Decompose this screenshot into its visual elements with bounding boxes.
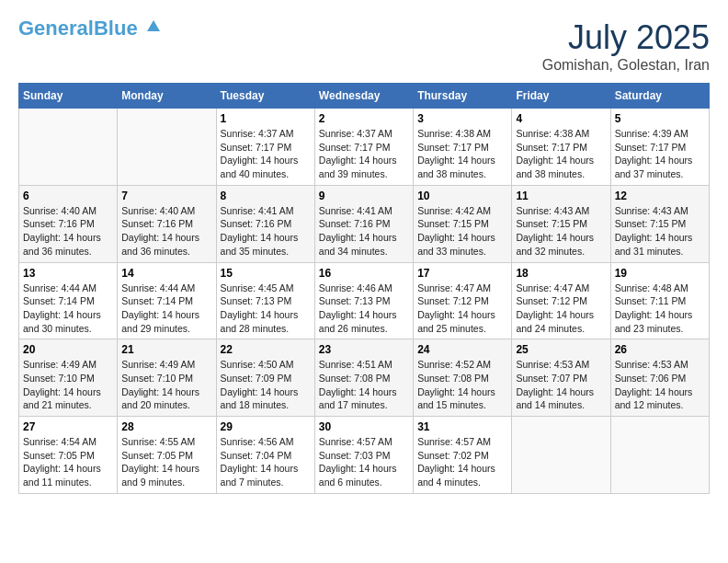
table-row: 17Sunrise: 4:47 AMSunset: 7:12 PMDayligh… <box>414 262 512 339</box>
table-row: 27Sunrise: 4:54 AMSunset: 7:05 PMDayligh… <box>19 417 118 494</box>
calendar-week-row: 13Sunrise: 4:44 AMSunset: 7:14 PMDayligh… <box>19 262 710 339</box>
table-row: 30Sunrise: 4:57 AMSunset: 7:03 PMDayligh… <box>314 417 413 494</box>
table-row: 18Sunrise: 4:47 AMSunset: 7:12 PMDayligh… <box>512 262 610 339</box>
day-info: Sunrise: 4:44 AMSunset: 7:14 PMDaylight:… <box>121 282 211 336</box>
day-number: 25 <box>516 343 606 356</box>
day-number: 1 <box>221 112 311 125</box>
day-info: Sunrise: 4:37 AMSunset: 7:17 PMDaylight:… <box>221 127 311 181</box>
day-number: 18 <box>516 267 606 280</box>
table-row <box>118 109 216 186</box>
table-row: 31Sunrise: 4:57 AMSunset: 7:02 PMDayligh… <box>414 417 512 494</box>
day-number: 4 <box>516 112 606 125</box>
table-row: 8Sunrise: 4:41 AMSunset: 7:16 PMDaylight… <box>216 185 314 262</box>
day-number: 6 <box>23 190 113 202</box>
day-info: Sunrise: 4:46 AMSunset: 7:13 PMDaylight:… <box>319 282 409 336</box>
calendar-week-row: 27Sunrise: 4:54 AMSunset: 7:05 PMDayligh… <box>19 417 710 494</box>
day-number: 3 <box>417 112 507 125</box>
day-info: Sunrise: 4:44 AMSunset: 7:14 PMDaylight:… <box>23 282 113 336</box>
day-number: 27 <box>23 420 113 433</box>
day-number: 5 <box>615 112 705 125</box>
day-number: 2 <box>319 112 409 125</box>
col-sunday: Sunday <box>19 84 118 109</box>
table-row: 19Sunrise: 4:48 AMSunset: 7:11 PMDayligh… <box>610 262 709 339</box>
day-info: Sunrise: 4:57 AMSunset: 7:03 PMDaylight:… <box>319 435 409 489</box>
table-row: 6Sunrise: 4:40 AMSunset: 7:16 PMDaylight… <box>19 185 118 262</box>
col-wednesday: Wednesday <box>314 84 413 109</box>
table-row: 26Sunrise: 4:53 AMSunset: 7:06 PMDayligh… <box>610 339 709 417</box>
table-row: 11Sunrise: 4:43 AMSunset: 7:15 PMDayligh… <box>512 185 610 262</box>
day-number: 19 <box>615 267 705 280</box>
table-row: 2Sunrise: 4:37 AMSunset: 7:17 PMDaylight… <box>314 109 413 186</box>
day-info: Sunrise: 4:40 AMSunset: 7:16 PMDaylight:… <box>121 204 211 259</box>
day-info: Sunrise: 4:51 AMSunset: 7:08 PMDaylight:… <box>319 358 409 412</box>
logo: GeneralBlue <box>18 18 162 39</box>
calendar-week-row: 1Sunrise: 4:37 AMSunset: 7:17 PMDaylight… <box>19 109 710 186</box>
calendar-table: Sunday Monday Tuesday Wednesday Thursday… <box>18 83 710 494</box>
day-number: 9 <box>319 190 409 202</box>
location-title: Gomishan, Golestan, Iran <box>542 57 710 74</box>
table-row: 13Sunrise: 4:44 AMSunset: 7:14 PMDayligh… <box>19 262 118 339</box>
day-info: Sunrise: 4:41 AMSunset: 7:16 PMDaylight:… <box>319 204 409 259</box>
day-info: Sunrise: 4:45 AMSunset: 7:13 PMDaylight:… <box>221 282 311 336</box>
day-info: Sunrise: 4:48 AMSunset: 7:11 PMDaylight:… <box>615 282 705 336</box>
day-number: 8 <box>221 190 311 202</box>
day-info: Sunrise: 4:43 AMSunset: 7:15 PMDaylight:… <box>615 204 705 259</box>
day-info: Sunrise: 4:55 AMSunset: 7:05 PMDaylight:… <box>121 435 211 489</box>
table-row <box>610 417 709 494</box>
month-title: July 2025 <box>542 18 710 57</box>
day-number: 13 <box>23 267 113 280</box>
calendar-week-row: 20Sunrise: 4:49 AMSunset: 7:10 PMDayligh… <box>19 339 710 417</box>
day-number: 28 <box>121 420 211 433</box>
day-info: Sunrise: 4:37 AMSunset: 7:17 PMDaylight:… <box>319 127 409 181</box>
col-tuesday: Tuesday <box>216 84 314 109</box>
table-row: 9Sunrise: 4:41 AMSunset: 7:16 PMDaylight… <box>314 185 413 262</box>
day-number: 11 <box>516 190 606 202</box>
col-thursday: Thursday <box>414 84 512 109</box>
table-row: 25Sunrise: 4:53 AMSunset: 7:07 PMDayligh… <box>512 339 610 417</box>
calendar-week-row: 6Sunrise: 4:40 AMSunset: 7:16 PMDaylight… <box>19 185 710 262</box>
day-info: Sunrise: 4:53 AMSunset: 7:07 PMDaylight:… <box>516 358 606 412</box>
day-info: Sunrise: 4:49 AMSunset: 7:10 PMDaylight:… <box>23 358 113 412</box>
table-row: 14Sunrise: 4:44 AMSunset: 7:14 PMDayligh… <box>118 262 216 339</box>
day-number: 21 <box>121 343 211 356</box>
day-number: 7 <box>121 190 211 202</box>
logo-general: General <box>18 17 94 40</box>
day-info: Sunrise: 4:41 AMSunset: 7:16 PMDaylight:… <box>221 204 311 259</box>
day-info: Sunrise: 4:40 AMSunset: 7:16 PMDaylight:… <box>23 204 113 259</box>
table-row: 21Sunrise: 4:49 AMSunset: 7:10 PMDayligh… <box>118 339 216 417</box>
day-number: 10 <box>417 190 507 202</box>
day-number: 29 <box>221 420 311 433</box>
table-row: 23Sunrise: 4:51 AMSunset: 7:08 PMDayligh… <box>314 339 413 417</box>
day-number: 15 <box>221 267 311 280</box>
day-number: 14 <box>121 267 211 280</box>
table-row: 10Sunrise: 4:42 AMSunset: 7:15 PMDayligh… <box>414 185 512 262</box>
day-number: 17 <box>417 267 507 280</box>
logo-text: GeneralBlue <box>18 18 162 39</box>
day-info: Sunrise: 4:39 AMSunset: 7:17 PMDaylight:… <box>615 127 705 181</box>
table-row: 5Sunrise: 4:39 AMSunset: 7:17 PMDaylight… <box>610 109 709 186</box>
day-number: 31 <box>417 420 507 433</box>
day-info: Sunrise: 4:43 AMSunset: 7:15 PMDaylight:… <box>516 204 606 259</box>
logo-icon <box>145 18 162 39</box>
calendar-header-row: Sunday Monday Tuesday Wednesday Thursday… <box>19 84 710 109</box>
day-info: Sunrise: 4:47 AMSunset: 7:12 PMDaylight:… <box>417 282 507 336</box>
day-number: 23 <box>319 343 409 356</box>
day-number: 20 <box>23 343 113 356</box>
table-row: 28Sunrise: 4:55 AMSunset: 7:05 PMDayligh… <box>118 417 216 494</box>
col-monday: Monday <box>118 84 216 109</box>
day-number: 24 <box>417 343 507 356</box>
table-row: 20Sunrise: 4:49 AMSunset: 7:10 PMDayligh… <box>19 339 118 417</box>
table-row: 7Sunrise: 4:40 AMSunset: 7:16 PMDaylight… <box>118 185 216 262</box>
day-info: Sunrise: 4:50 AMSunset: 7:09 PMDaylight:… <box>221 358 311 412</box>
day-info: Sunrise: 4:52 AMSunset: 7:08 PMDaylight:… <box>417 358 507 412</box>
day-info: Sunrise: 4:38 AMSunset: 7:17 PMDaylight:… <box>516 127 606 181</box>
table-row: 24Sunrise: 4:52 AMSunset: 7:08 PMDayligh… <box>414 339 512 417</box>
table-row: 4Sunrise: 4:38 AMSunset: 7:17 PMDaylight… <box>512 109 610 186</box>
table-row: 1Sunrise: 4:37 AMSunset: 7:17 PMDaylight… <box>216 109 314 186</box>
day-info: Sunrise: 4:53 AMSunset: 7:06 PMDaylight:… <box>615 358 705 412</box>
table-row <box>19 109 118 186</box>
table-row <box>512 417 610 494</box>
day-number: 30 <box>319 420 409 433</box>
day-number: 12 <box>615 190 705 202</box>
day-info: Sunrise: 4:49 AMSunset: 7:10 PMDaylight:… <box>121 358 211 412</box>
